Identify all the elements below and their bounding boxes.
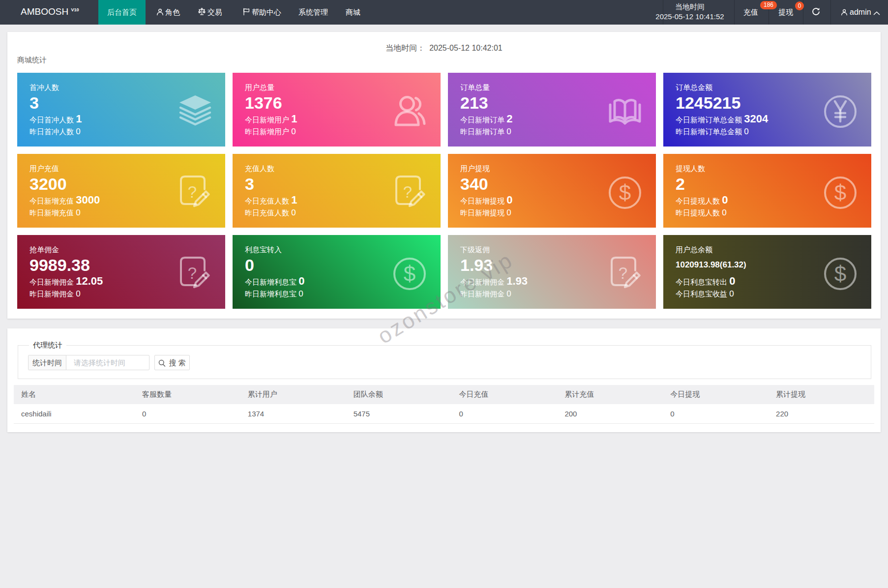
svg-text:$: $ — [834, 180, 846, 205]
svg-text:$: $ — [404, 262, 415, 286]
svg-text:?: ? — [188, 264, 197, 282]
svg-text:$: $ — [834, 262, 846, 286]
svg-text:$: $ — [619, 180, 631, 205]
svg-text:?: ? — [188, 183, 197, 201]
svg-text:?: ? — [619, 264, 627, 282]
svg-text:?: ? — [403, 183, 412, 201]
